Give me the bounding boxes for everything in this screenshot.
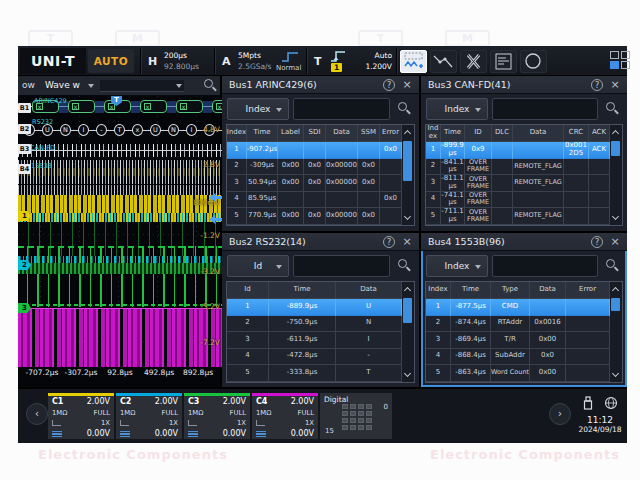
help-icon[interactable]: ? <box>591 79 603 91</box>
layout-grid-button[interactable] <box>610 51 631 71</box>
filter-dropdown[interactable]: Index <box>426 255 488 277</box>
channel-box-c2[interactable]: C22.00V1MΩFULL1X0.00V <box>116 393 182 439</box>
trigger-label[interactable]: T <box>314 55 322 68</box>
scroll-thumb[interactable] <box>403 141 412 181</box>
table-row[interactable]: 1-889.9µsU <box>227 299 402 316</box>
table-cell: 0x00 <box>278 208 304 225</box>
table-row[interactable]: 3-611.9µsI <box>227 332 402 349</box>
search-icon[interactable] <box>604 101 620 117</box>
math-tool-button[interactable] <box>460 50 487 73</box>
scrollbar[interactable] <box>610 281 623 383</box>
table-row[interactable]: 485.95µs0x0 <box>227 192 402 209</box>
table-cell: -811.1µs <box>441 175 465 192</box>
search-input[interactable] <box>492 255 598 277</box>
waveform-plot[interactable]: xxxxxxARINC429T-UNI-TxUNI-RS232CAN-FD155… <box>18 96 222 387</box>
table-row[interactable]: 4-741.1µsOVER FRAME <box>426 192 610 209</box>
table-row[interactable]: 2-750.9µsN <box>227 316 402 333</box>
table-row[interactable]: 3-869.4µsT/R0x00 <box>426 332 610 349</box>
search-tool-button[interactable] <box>520 50 547 73</box>
measure-tool-button[interactable] <box>430 50 457 73</box>
table-cell <box>513 142 564 159</box>
bus-badge[interactable]: B2 <box>18 124 31 134</box>
horizontal-label[interactable]: H <box>148 55 157 68</box>
scroll-down-icon[interactable] <box>404 212 411 219</box>
help-icon[interactable]: ? <box>383 236 395 248</box>
table-cell <box>492 208 513 225</box>
scroll-up-icon[interactable] <box>404 130 411 137</box>
table-row[interactable]: 1-877.5µsCMD <box>426 299 610 316</box>
search-icon[interactable] <box>396 258 412 274</box>
table-row[interactable]: 2-874.4µsRTAddr0x0016 <box>426 316 610 333</box>
bus-badge[interactable]: B1 <box>18 103 31 113</box>
table-row[interactable]: 5-333.8µsT <box>227 365 402 382</box>
list-tool-button[interactable] <box>490 50 517 73</box>
table-row[interactable]: 1-907.2µs0x0 <box>227 142 402 159</box>
table-row[interactable]: 3-811.1µsOVER FRAMEREMOTE_FLAG <box>426 175 610 192</box>
search-input[interactable] <box>293 98 390 120</box>
wave-zoom-icon[interactable] <box>202 78 218 94</box>
scrollbar[interactable] <box>402 124 415 226</box>
search-input[interactable] <box>293 255 390 277</box>
top-toolbar: UNI-T AUTO H 200µs 92.800µs A 5Mpts 2.5G… <box>18 46 627 76</box>
panel-search-row: Id <box>227 255 414 277</box>
rs232-char: N <box>168 124 179 136</box>
table-row[interactable]: 1-899.9µs0x90x0012D5ACK <box>426 142 610 159</box>
channel1-trace <box>18 213 222 222</box>
wave-source-dropdown[interactable] <box>100 80 184 92</box>
close-icon[interactable]: × <box>608 78 622 92</box>
acquire-label[interactable]: A <box>222 55 231 68</box>
scroll-thumb[interactable] <box>611 141 620 156</box>
scrollbar[interactable] <box>610 124 623 226</box>
table-row[interactable]: 5-711.1µsOVER FRAMEREMOTE_FLAG <box>426 208 610 225</box>
help-icon[interactable]: ? <box>383 79 395 91</box>
horizontal-settings[interactable]: 200µs 92.800µs <box>164 50 199 72</box>
bus1-label: ARINC429 <box>34 97 67 105</box>
search-input[interactable] <box>492 98 598 120</box>
scroll-thumb[interactable] <box>403 298 412 323</box>
table-row[interactable]: 4-868.4µsSubAddr0x0 <box>426 349 610 366</box>
table-row[interactable]: 4-472.8µs- <box>227 349 402 366</box>
trigger-settings[interactable]: Auto 1.200V <box>350 50 392 72</box>
channel-box-c1[interactable]: C12.00V1MΩFULL1X0.00V <box>48 393 114 439</box>
wave-view-dropdown[interactable]: Wave w <box>45 80 80 90</box>
filter-dropdown[interactable]: Index <box>426 98 488 120</box>
scroll-down-icon[interactable] <box>612 212 619 219</box>
scroll-up-icon[interactable] <box>404 287 411 294</box>
table-cell <box>492 142 513 159</box>
table-row[interactable]: 5770.9µs0x000x00x000000x0 <box>227 208 402 225</box>
close-icon[interactable]: × <box>400 78 414 92</box>
scroll-up-icon[interactable] <box>612 130 619 137</box>
table-cell: - <box>336 349 402 366</box>
table-cell: OVER FRAME <box>465 175 492 192</box>
bus-badge[interactable]: B4 <box>18 164 31 174</box>
table-cell: 1 <box>227 142 247 159</box>
search-icon[interactable] <box>604 258 620 274</box>
channel-box-c4[interactable]: C42.00V1MΩFULL1X0.00V <box>252 393 318 439</box>
table-row[interactable]: 2-841.1µsOVER FRAMEREMOTE_FLAG <box>426 159 610 176</box>
table-row[interactable]: 2-309µs0x000x00x000000x0 <box>227 159 402 176</box>
acquire-settings[interactable]: 5Mpts 2.5GSa/s <box>238 50 272 72</box>
scrollbar[interactable] <box>402 281 415 383</box>
collapse-left-button[interactable]: ‹ <box>26 403 48 425</box>
scroll-down-icon[interactable] <box>404 369 411 376</box>
filter-dropdown[interactable]: Id <box>227 255 289 277</box>
table-row[interactable]: 5-863.4µsWord Count0x00 <box>426 365 610 382</box>
run-mode-button[interactable]: AUTO <box>88 49 134 73</box>
filter-dropdown[interactable]: Index <box>227 98 289 120</box>
scroll-thumb[interactable] <box>611 298 620 311</box>
scroll-down-icon[interactable] <box>612 369 619 376</box>
scroll-up-icon[interactable] <box>612 287 619 294</box>
digital-channels-box[interactable]: Digital 0 15 <box>320 393 392 439</box>
wave-tab-prefix: ow <box>22 80 35 90</box>
time-label: -707.2µs <box>22 368 62 377</box>
close-icon[interactable]: × <box>400 235 414 249</box>
table-row[interactable]: 350.94µs0x000x00x000000x0 <box>227 175 402 192</box>
help-icon[interactable]: ? <box>591 236 603 248</box>
close-icon[interactable]: × <box>608 235 622 249</box>
expand-right-button[interactable]: › <box>549 403 571 425</box>
zoom-tool-button[interactable] <box>400 50 427 73</box>
channel-box-c3[interactable]: C32.00V1MΩFULL1X0.00V <box>184 393 250 439</box>
voltage-label: 800mV <box>193 198 220 207</box>
bus-badge[interactable]: B3 <box>18 144 31 154</box>
search-icon[interactable] <box>396 101 412 117</box>
